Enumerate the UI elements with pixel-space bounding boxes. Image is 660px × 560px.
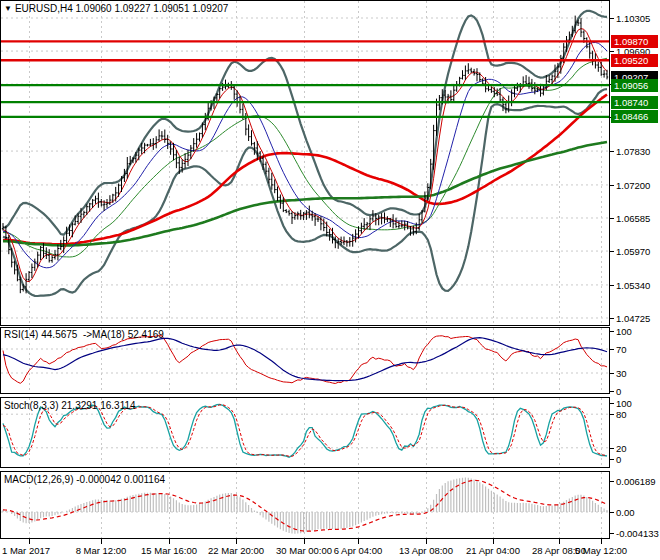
time-tick-label: 13 Apr 08:00 xyxy=(399,545,453,556)
support-price-badge: 1.08740 xyxy=(611,96,658,109)
time-tick-label: 8 Mar 12:00 xyxy=(76,545,127,556)
time-tick-label: 5 May 12:00 xyxy=(575,545,627,556)
time-tick-label: 15 Mar 16:00 xyxy=(141,545,197,556)
time-tick-label: 1 Mar 2017 xyxy=(2,545,50,556)
support-price-badge: 1.08466 xyxy=(611,110,658,123)
chart-window: ▼EURUSD,H4 1.09060 1.09227 1.09051 1.092… xyxy=(0,0,660,560)
time-tick-label: 30 Mar 00:00 xyxy=(276,545,332,556)
chart-canvas xyxy=(0,0,660,560)
time-tick-label: 21 Apr 04:00 xyxy=(466,545,520,556)
resistance-price-badge: 1.09520 xyxy=(611,54,658,67)
time-tick-label: 6 Apr 04:00 xyxy=(334,545,383,556)
support-price-badge: 1.09056 xyxy=(611,79,658,92)
time-tick-label: 22 Mar 20:00 xyxy=(208,545,264,556)
resistance-price-badge: 1.09870 xyxy=(611,35,658,48)
